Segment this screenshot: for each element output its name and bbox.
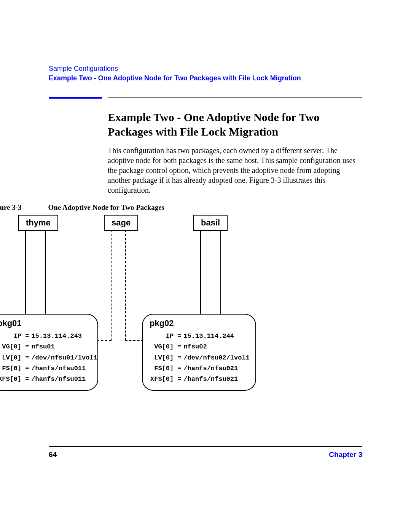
node-sage: sage xyxy=(104,215,138,231)
pkg02-title: pkg02 xyxy=(150,318,249,328)
pkg02-box: pkg02 IP=15.13.114.244 VG[0]=nfsu02 LV[0… xyxy=(142,314,256,391)
header-rule xyxy=(49,97,362,99)
figure-title: One Adoptive Node for Two Packages xyxy=(48,203,165,212)
chapter-label: Chapter 3 xyxy=(329,451,362,459)
header-subtitle: Example Two - One Adoptive Node for Two … xyxy=(49,74,362,82)
body-paragraph: This configuration has two packages, eac… xyxy=(108,145,362,195)
pkg01-table: IP=15.13.114.243 VG[0]=nfsu01 LV[0]=/dev… xyxy=(0,331,98,385)
page-number: 64 xyxy=(49,451,57,459)
figure-caption: Figure 3-3 One Adoptive Node for Two Pac… xyxy=(0,203,362,212)
pkg01-box: pkg01 IP=15.13.114.243 VG[0]=nfsu01 LV[0… xyxy=(0,314,98,391)
pkg01-title: pkg01 xyxy=(0,318,91,328)
section-title: Example Two - One Adoptive Node for Two … xyxy=(108,110,362,139)
figure-diagram: thyme sage basil pkg01 IP=15.13.114.243 … xyxy=(0,215,306,386)
node-thyme: thyme xyxy=(18,215,58,231)
breadcrumb: Sample Configurations xyxy=(49,65,362,73)
figure-label: Figure 3-3 xyxy=(0,203,22,212)
page-footer: 64 Chapter 3 xyxy=(49,446,362,459)
node-basil: basil xyxy=(193,215,228,231)
pkg02-table: IP=15.13.114.244 VG[0]=nfsu02 LV[0]=/dev… xyxy=(150,331,250,385)
